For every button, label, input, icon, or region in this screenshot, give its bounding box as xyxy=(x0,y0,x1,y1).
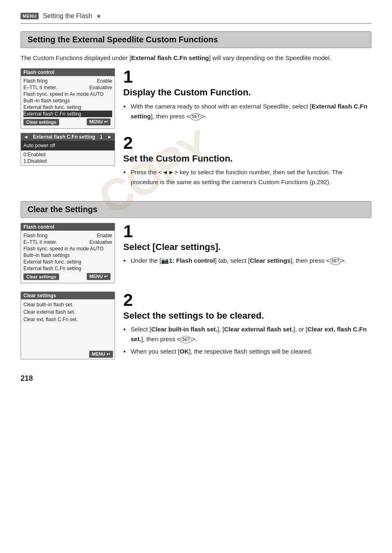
s2-step2-title: Select the settings to be cleared. xyxy=(123,310,371,321)
clear-screen-title: Clear settings xyxy=(21,292,115,299)
cfn-auto-power: Auto power off xyxy=(23,142,112,149)
screen1-btn-row: Clear settings MENU ↩ xyxy=(23,117,112,127)
screen1-title: Flash control xyxy=(21,69,115,76)
clear-screen-body: Clear built–in flash set. Clear external… xyxy=(21,299,115,349)
section1-header: Setting the External Speedlite Custom Fu… xyxy=(21,31,371,48)
set-badge-3: SET xyxy=(180,336,191,343)
s2-step1-title: Select [Clear settings]. xyxy=(123,242,371,252)
step1-body: With the camera ready to shoot with an e… xyxy=(123,102,371,121)
step2-title: Set the Custom Function. xyxy=(123,153,371,164)
menu-badge: MENU xyxy=(21,13,39,19)
s2-step1-body: Under the [📷1: Flash control] tab, selec… xyxy=(123,256,371,266)
clear-row-2: Clear ext. flash C.Fn set. xyxy=(23,316,112,323)
screen1-row-3: Built–in flash settings xyxy=(23,97,112,104)
screen1-clear-btn: Clear settings xyxy=(23,119,59,125)
section1-step1-row: Flash control Flash firingEnable E–TTL I… xyxy=(21,68,371,190)
cfn-arrow-right: ► xyxy=(107,134,112,140)
screen1-row-4: External flash func. setting xyxy=(23,104,112,111)
clear-row-0: Clear built–in flash set. xyxy=(23,301,112,308)
step1-num: 1 xyxy=(123,68,371,86)
screen1-row-0: Flash firingEnable xyxy=(23,78,112,84)
step2-body: Press the <◄►> key to select the functio… xyxy=(123,167,371,187)
section2-screen2: Clear settings Clear built–in flash set.… xyxy=(21,292,115,362)
section2: Clear the Settings Flash control Flash f… xyxy=(21,201,371,362)
flash-control-screen1: Flash control Flash firingEnable E–TTL I… xyxy=(21,68,115,129)
section2-title: Clear the Settings xyxy=(28,205,364,214)
cfn-screen-header: ◄ External flash C.Fn setting 1 ► xyxy=(21,133,115,141)
star-icon: ★ xyxy=(96,13,101,19)
section2-step1-content: 1 Select [Clear settings]. Under the [📷1… xyxy=(123,223,371,268)
s2-step1-bullet1: Under the [📷1: Flash control] tab, selec… xyxy=(123,256,371,266)
step1-bullet1: With the camera ready to shoot with an e… xyxy=(123,102,371,121)
section2-step2-content: 2 Select the settings to be cleared. Sel… xyxy=(123,292,371,359)
section1-step1-content: 1 Display the Custom Function. With the … xyxy=(123,68,371,190)
section1-screen1: Flash control Flash firingEnable E–TTL I… xyxy=(21,68,115,166)
s2-step2-bullet2: When you select [OK], the respective fla… xyxy=(123,347,371,356)
page-header: MENU Setting the Flash ★ xyxy=(21,12,371,24)
s2-btn-row: Clear settings MENU ↩ xyxy=(23,272,112,281)
content-wrapper: COPY Setting the External Speedlite Cust… xyxy=(21,31,371,383)
clear-settings-screen: Clear settings Clear built–in flash set.… xyxy=(21,292,115,359)
s2-step2-bullet1: Select [Clear built-in flash set.], [Cle… xyxy=(123,324,371,344)
flash-control-screen2: Flash control Flash firingEnable E–TTL I… xyxy=(21,223,115,283)
s2-row-0: Flash firingEnable xyxy=(23,232,112,239)
cfn-arrow-left: ◄ xyxy=(23,134,28,140)
cfn-disabled: 1:Disabled xyxy=(23,158,112,164)
s2-step2-num: 2 xyxy=(123,292,371,309)
section1-title: Setting the External Speedlite Custom Fu… xyxy=(28,35,364,44)
s2-step1-num: 1 xyxy=(123,223,371,240)
section2-step1-row: Flash control Flash firingEnable E–TTL I… xyxy=(21,223,371,287)
page-header-title: Setting the Flash xyxy=(43,12,92,20)
screen1-row-5: External flash C.Fn setting xyxy=(23,111,112,117)
screen2-body: Flash firingEnable E–TTL II meter.Evalua… xyxy=(21,231,115,283)
step2-bullet1: Press the <◄►> key to select the functio… xyxy=(123,167,371,187)
s2-step2-body: Select [Clear built-in flash set.], [Cle… xyxy=(123,324,371,356)
set-badge-1: SET xyxy=(190,113,201,120)
step2-num: 2 xyxy=(123,134,371,152)
screen1-row-2: Flash sync. speed in Av mode AUTO xyxy=(23,91,112,97)
cfn-screen-dark: Auto power off xyxy=(21,141,115,150)
cfn-screen-title: External flash C.Fn setting xyxy=(33,134,95,140)
screen1-menu-btn: MENU ↩ xyxy=(87,118,111,125)
screen1-body: Flash firingEnable E–TTL II meter.Evalua… xyxy=(21,76,115,128)
s2-clear-btn: Clear settings xyxy=(23,273,59,280)
section2-header: Clear the Settings xyxy=(21,201,371,218)
clear-menu-btn: MENU ↩ xyxy=(89,351,113,358)
s2-row-2: Flash sync. speed in Av mode AUTO xyxy=(23,245,112,252)
s2-row-4: External flash func. setting xyxy=(23,259,112,265)
cfn-screen-light: 0:Enabled 1:Disabled xyxy=(21,150,115,165)
s2-row-5: External flash C.Fn setting xyxy=(23,265,112,272)
screen1-row-1: E–TTL II meter.Evaluative xyxy=(23,84,112,91)
section2-screen1: Flash control Flash firingEnable E–TTL I… xyxy=(21,223,115,287)
section1-intro: The Custom Functions displayed under [Ex… xyxy=(21,53,371,62)
cfn-num: 1 xyxy=(100,134,103,140)
page-number: 218 xyxy=(21,374,371,383)
screen2-title: Flash control xyxy=(21,223,115,231)
s2-row-3: Built–in flash settings xyxy=(23,252,112,259)
section2-step2-row: Clear settings Clear built–in flash set.… xyxy=(21,292,371,362)
set-badge-2: SET xyxy=(330,257,341,265)
flash-cfn-screen: ◄ External flash C.Fn setting 1 ► Auto p… xyxy=(21,133,115,166)
cfn-enabled: 0:Enabled xyxy=(23,151,112,158)
clear-row-1: Clear external flash set. xyxy=(23,308,112,316)
step1-title: Display the Custom Function. xyxy=(123,87,371,98)
s2-row-1: E–TTL II meter.Evaluative xyxy=(23,239,112,245)
s2-menu-btn: MENU ↩ xyxy=(87,273,111,280)
